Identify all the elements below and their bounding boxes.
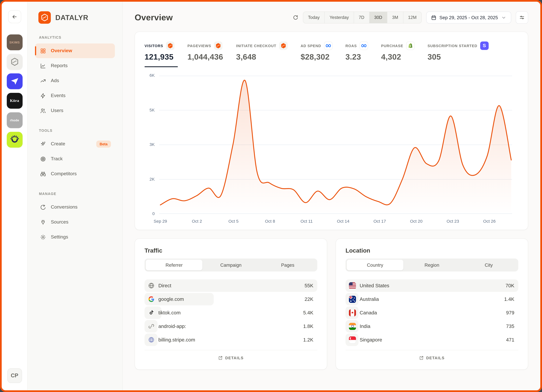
filters-button[interactable] (516, 11, 528, 24)
kpi-label: VISITORS (145, 44, 163, 48)
tab-city[interactable]: City (460, 260, 517, 270)
sidebar-item-label: Sources (51, 219, 68, 225)
back-button[interactable] (8, 10, 21, 23)
kpi-value: 121,935 (145, 53, 174, 62)
location-details-button[interactable]: DETAILS (346, 350, 518, 365)
y-axis-label: 0 (135, 211, 155, 216)
list-item-india[interactable]: India 735 (346, 319, 518, 333)
details-label: DETAILS (426, 356, 444, 360)
kpi-subscription-started[interactable]: SUBSCRIPTION STARTEDS 305 (428, 42, 489, 67)
sidebar-item-label: Reports (51, 63, 68, 69)
item-label: United States (360, 283, 389, 289)
kpi-initiate-checkout[interactable]: INITIATE CHECKOUT 3,648 (236, 42, 288, 67)
date-range-button[interactable]: Sep 29, 2025 - Oct 28, 2025 (426, 11, 511, 23)
list-item-singapore[interactable]: Singapore 471 (346, 333, 518, 347)
item-label: Direct (158, 283, 171, 289)
workspace-datalyr-workspace[interactable] (7, 54, 22, 70)
kpi-value: 1,044,436 (187, 53, 223, 62)
list-item-australia[interactable]: Australia 1.4K (346, 292, 518, 306)
workspace-skims[interactable]: SKIMS (7, 34, 22, 50)
range-yesterday[interactable]: Yesterday (325, 12, 354, 23)
range-30d[interactable]: 30D (369, 12, 387, 23)
nav-section: ANALYTICSOverviewReportsAdsEventsUsers (35, 36, 115, 118)
meta-icon (360, 42, 368, 50)
item-value: 735 (506, 323, 514, 329)
tab-referrer[interactable]: Referrer (146, 260, 203, 270)
flag-in-icon (349, 323, 356, 330)
main-content: Overview TodayYesterday7D30D3M12M Sep 29… (123, 2, 540, 390)
item-label: android-app: (158, 323, 186, 329)
kpi-ad-spend[interactable]: AD SPEND $28,302 (301, 42, 333, 67)
nav-section-title: ANALYTICS (39, 36, 115, 39)
tab-pages[interactable]: Pages (259, 260, 316, 270)
sidebar-item-settings[interactable]: Settings (35, 230, 115, 244)
workspace-kora[interactable]: Kōra (7, 93, 22, 109)
sidebar-item-create[interactable]: CreateBeta (35, 137, 115, 151)
list-item-united-states[interactable]: United States 70K (346, 279, 518, 292)
kpi-pageviews[interactable]: PAGEVIEWS 1,044,436 (187, 42, 223, 67)
range-12m[interactable]: 12M (403, 12, 421, 23)
app-window: SKIMSKōrarhode CP DATALYR ANALYTICSOverv… (0, 0, 542, 392)
sidebar-item-label: Track (51, 156, 63, 162)
kpi-label: SUBSCRIPTION STARTED (428, 44, 477, 48)
sidebar-item-label: Competitors (51, 171, 77, 177)
item-value: 70K (506, 283, 514, 289)
meta-icon (361, 43, 367, 49)
x-axis-label: Oct 14 (337, 219, 349, 224)
date-range-value: Sep 29, 2025 - Oct 28, 2025 (439, 15, 498, 20)
sidebar-item-label: Conversions (51, 204, 77, 210)
tab-region[interactable]: Region (404, 260, 461, 270)
sidebar-item-label: Overview (51, 48, 72, 54)
list-item-billing-stripe-com[interactable]: billing.stripe.com 1.2K (145, 333, 317, 347)
tab-campaign[interactable]: Campaign (203, 260, 260, 270)
list-item-tiktok-com[interactable]: tiktok.com 5.4K (145, 306, 317, 319)
sidebar-item-track[interactable]: Track (35, 151, 115, 166)
y-axis-label: 5K (135, 107, 155, 112)
kpi-label: INITIATE CHECKOUT (236, 44, 276, 48)
sidebar-item-label: Create (51, 141, 65, 147)
x-axis-label: Oct 23 (447, 219, 459, 224)
kpi-value: 305 (428, 53, 489, 62)
sidebar-item-reports[interactable]: Reports (35, 59, 115, 73)
sidebar-item-sources[interactable]: Sources (35, 215, 115, 229)
list-item-direct[interactable]: Direct 55K (145, 279, 317, 292)
datalyr-logo-icon (38, 11, 51, 24)
x-axis-label: Oct 17 (374, 219, 386, 224)
tab-country[interactable]: Country (347, 260, 404, 270)
date-range-presets: TodayYesterday7D30D3M12M (303, 11, 422, 23)
sidebar-item-competitors[interactable]: Competitors (35, 166, 115, 181)
avatar[interactable]: CP (7, 368, 22, 383)
sidebar-item-overview[interactable]: Overview (35, 43, 115, 58)
refresh-button[interactable] (293, 15, 298, 20)
flag-sg-icon (349, 336, 356, 343)
list-item-android-app-[interactable]: android-app: 1.8K (145, 319, 317, 333)
sidebar-item-conversions[interactable]: Conversions (35, 200, 115, 215)
range-today[interactable]: Today (303, 12, 325, 23)
workspace-label: Kōra (10, 98, 19, 103)
item-value: 5.4K (303, 310, 313, 316)
sparkle-icon (40, 141, 46, 147)
range-7d[interactable]: 7D (354, 12, 369, 23)
workspace-sunburst-workspace[interactable] (7, 132, 22, 148)
x-axis-label: Oct 8 (265, 219, 275, 224)
kpi-purchase[interactable]: PURCHASE 4,302 (381, 42, 415, 67)
item-label: tiktok.com (158, 310, 181, 316)
datalyr-logo-icon (215, 43, 221, 49)
traffic-details-button[interactable]: DETAILS (145, 350, 317, 365)
brand: DATALYR (38, 11, 115, 24)
range-3m[interactable]: 3M (387, 12, 403, 23)
sidebar-item-events[interactable]: Events (35, 88, 115, 103)
kpi-roas[interactable]: ROAS 3.23 (345, 42, 368, 67)
workspace-rhode[interactable]: rhode (7, 112, 22, 128)
globe-icon (148, 282, 155, 289)
workspace-star-workspace[interactable] (7, 73, 22, 89)
sidebar-item-users[interactable]: Users (35, 103, 115, 118)
topbar: Overview TodayYesterday7D30D3M12M Sep 29… (135, 11, 528, 24)
nav-section: MANAGEConversionsSourcesSettings (35, 192, 115, 244)
kpi-visitors[interactable]: VISITORS 121,935 (145, 42, 174, 67)
list-item-google-com[interactable]: google.com 22K (145, 292, 317, 306)
card-title: Location (346, 247, 518, 254)
item-value: 55K (305, 283, 313, 289)
list-item-canada[interactable]: Canada 979 (346, 306, 518, 319)
sidebar-item-ads[interactable]: Ads (35, 73, 115, 88)
